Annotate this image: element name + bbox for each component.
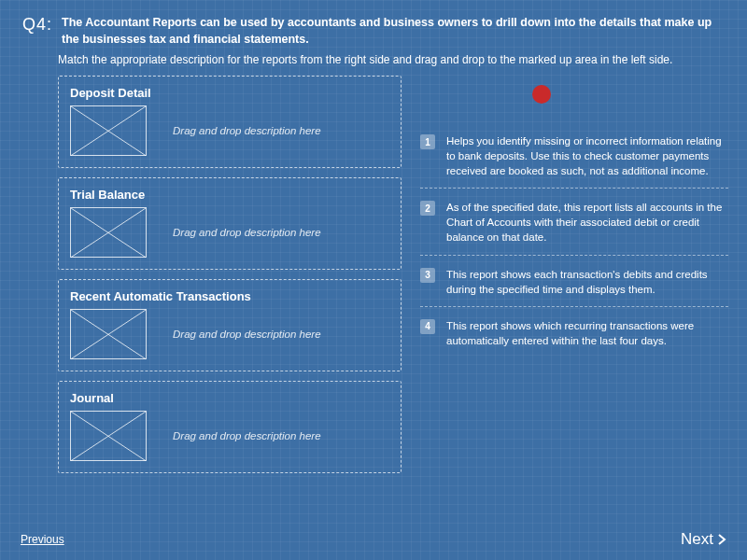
dropzone-hint: Drag and drop description here [173,329,321,340]
question-instruction: Match the appropriate description for th… [0,53,747,76]
next-button[interactable]: Next [681,530,726,549]
dropzone-title: Deposit Detail [70,86,389,100]
dropzone-title: Recent Automatic Transactions [70,289,389,303]
placeholder-image-icon [70,411,147,461]
dropzone-deposit-detail[interactable]: Deposit Detail Drag and drop description… [58,76,402,168]
dropzone-hint: Drag and drop description here [173,227,321,238]
description-item-4[interactable]: 4 This report shows which recurring tran… [420,313,728,357]
description-number: 1 [420,134,435,149]
description-item-1[interactable]: 1 Helps you identify missing or incorrec… [420,128,728,189]
dropzone-recent-automatic-transactions[interactable]: Recent Automatic Transactions Drag and d… [58,279,402,371]
next-label: Next [681,530,713,549]
dropzone-column: Deposit Detail Drag and drop description… [19,76,402,483]
dropzone-trial-balance[interactable]: Trial Balance Drag and drop description … [58,177,402,270]
previous-button[interactable]: Previous [21,533,64,546]
description-number: 4 [420,319,435,334]
description-text: This report shows which recurring transa… [446,318,728,348]
description-number: 2 [420,201,435,216]
placeholder-image-icon [70,309,147,359]
description-text: This report shows each transaction's deb… [446,267,728,297]
placeholder-image-icon [70,105,147,156]
placeholder-image-icon [70,207,147,258]
dropzone-hint: Drag and drop description here [173,125,321,136]
question-title: The Accountant Reports can be used by ac… [62,15,725,48]
red-dot-icon [532,85,551,104]
dropzone-hint: Drag and drop description here [173,430,321,441]
dropzone-title: Journal [70,391,389,405]
description-text: As of the specified date, this report li… [446,200,728,245]
description-item-3[interactable]: 3 This report shows each transaction's d… [420,261,728,307]
description-text: Helps you identify missing or incorrect … [446,133,728,178]
description-number: 3 [420,268,435,283]
chevron-right-icon [717,533,726,546]
dropzone-title: Trial Balance [70,188,389,202]
descriptions-column: 1 Helps you identify missing or incorrec… [402,76,728,483]
description-item-2[interactable]: 2 As of the specified date, this report … [420,194,728,255]
question-number: Q4: [22,15,52,48]
dropzone-journal[interactable]: Journal Drag and drop description here [58,381,402,473]
